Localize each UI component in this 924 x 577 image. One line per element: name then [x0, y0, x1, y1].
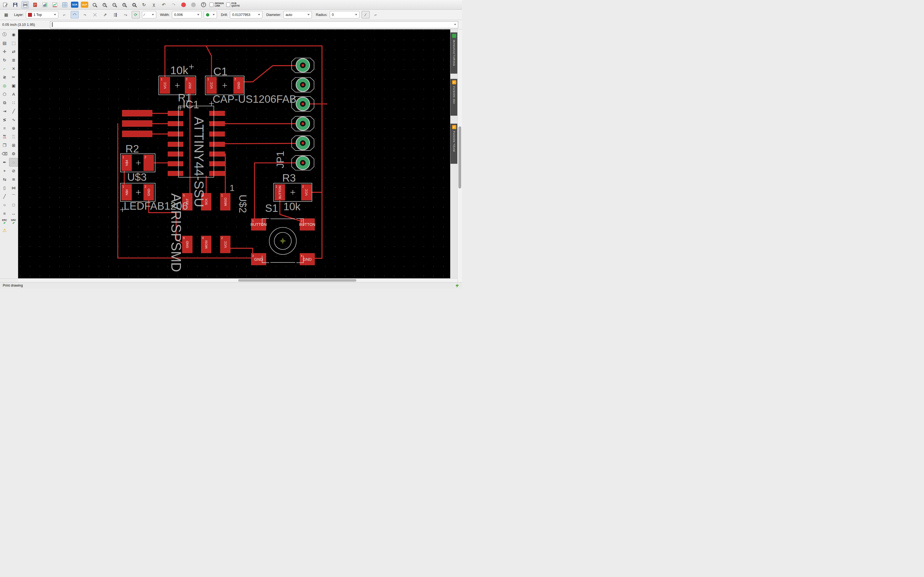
miter-tool-icon[interactable]: ✂ [9, 73, 18, 81]
save-icon[interactable] [11, 1, 19, 8]
select-tool-icon[interactable]: ⬚ [9, 39, 18, 47]
width-select[interactable]: 0.006 [172, 11, 202, 18]
smd-pad[interactable] [168, 121, 183, 126]
group-tool-icon[interactable]: ≣ [9, 56, 18, 64]
smd-pad[interactable] [209, 142, 225, 147]
zoom-select-icon[interactable]: ▢ [130, 1, 138, 8]
r2-ref-label[interactable]: R2 [125, 143, 139, 155]
label-tool-icon[interactable]: ⇥ [0, 107, 9, 115]
smd-pad[interactable] [209, 111, 225, 116]
undo-icon[interactable]: ↶ [160, 1, 168, 8]
via-tool-icon[interactable]: ◎ [0, 81, 9, 90]
attribute-tool-icon[interactable]: ╱ [9, 107, 18, 115]
u2-ref-label[interactable]: U$2 [237, 195, 248, 213]
u2-pin1-label[interactable]: 1 [229, 183, 234, 193]
zoom-icon[interactable] [91, 1, 98, 8]
drc-button[interactable]: DRC✔ [9, 218, 18, 226]
smd-pad[interactable] [168, 152, 183, 156]
help-icon[interactable]: ? [200, 1, 207, 8]
circuit-tool-icon[interactable]: ⧉ [0, 98, 9, 107]
ic1-value-label[interactable]: ATTINY44-SSU [192, 117, 206, 207]
errors-warning-icon[interactable]: ⚠ [0, 226, 9, 235]
smd-pad[interactable] [209, 132, 225, 136]
rotate-tool-icon[interactable]: ↻ [0, 56, 9, 64]
name-tool-icon[interactable]: ⌖ [0, 166, 9, 175]
replace-tool-icon[interactable]: ⇆ [0, 175, 9, 184]
crimp-tool-icon[interactable]: ✒ [0, 158, 9, 166]
smd-pad[interactable] [168, 132, 183, 136]
wire-bend-7-icon[interactable]: ⤳ [121, 11, 129, 18]
diameter-select[interactable]: auto [283, 11, 312, 18]
wire-bend-3-icon[interactable]: ¬ [81, 11, 89, 18]
pcb-quote-button[interactable]: PCBQUOTE [226, 2, 240, 7]
drill-tool-icon[interactable]: ⊕ [9, 124, 18, 132]
tab-manufacturing[interactable]: MANUFACTURING [451, 32, 457, 74]
zoom-out-icon[interactable]: − [111, 1, 118, 8]
pad-tool-icon[interactable]: ▣ [9, 81, 18, 90]
copy-tool-icon[interactable]: ❐ [0, 141, 9, 150]
split-tool-icon[interactable]: ≷ [0, 73, 9, 81]
board-sheet-icon[interactable] [31, 1, 39, 8]
rect-tool-icon[interactable]: □ [9, 201, 18, 209]
line-tool-icon[interactable]: ╱ [0, 192, 9, 201]
measure-tool-icon[interactable]: ↔ [9, 209, 18, 218]
radius-select[interactable]: 0 [330, 11, 359, 18]
horizontal-scrollbar[interactable] [18, 278, 457, 282]
r3-ref-label[interactable]: R3 [282, 172, 296, 184]
text-tool-icon[interactable]: A [9, 90, 18, 98]
polygon-tool-icon[interactable]: ⬡ [0, 90, 9, 98]
command-line[interactable] [50, 21, 458, 28]
smd-pad[interactable] [168, 111, 183, 116]
smd-pad[interactable] [209, 161, 225, 166]
new-board-icon[interactable] [2, 1, 9, 8]
smd-pad[interactable] [168, 161, 183, 166]
bar-chart-icon[interactable] [41, 1, 48, 8]
print-icon[interactable] [21, 1, 29, 8]
smd-pad[interactable] [122, 120, 152, 127]
u2-package-label[interactable]: AVRISPSMD [169, 193, 184, 272]
mirror-tool-icon[interactable]: ⇄ [9, 47, 18, 56]
wire-bend-6-icon[interactable]: ⇶ [111, 11, 120, 18]
c1-package-label[interactable]: CAP-US1206FAB [213, 93, 296, 105]
show-tool-icon[interactable]: ◉ [9, 30, 18, 39]
meander2-tool-icon[interactable]: ≋ [9, 175, 18, 184]
route-tool-icon[interactable]: ⌐ [0, 64, 9, 73]
r1-value-label[interactable]: 10k [170, 64, 188, 77]
command-input[interactable] [53, 23, 454, 27]
pcb-drawing[interactable]: 10k C1 R1 CAP-US1206FAB IC1 ATTINY44-SSU… [18, 29, 450, 278]
horizontal-scrollbar-thumb[interactable] [238, 279, 356, 282]
redo-icon[interactable]: ↷ [170, 1, 178, 8]
design-link-button[interactable]: DESIGNLINK [210, 2, 224, 7]
follow-me-router-icon[interactable]: ⟳ [132, 11, 140, 18]
paste-tool-icon[interactable]: ⊞ [9, 141, 18, 150]
table-icon[interactable] [61, 1, 68, 8]
redraw-icon[interactable]: ↻ [140, 1, 148, 8]
display-layers-icon[interactable]: ▤ [0, 39, 9, 47]
array-tool-icon[interactable]: ∷ [9, 98, 18, 107]
zoom-fit-icon[interactable]: 1 [120, 1, 128, 8]
meander-tool-icon[interactable]: ∿ [9, 115, 18, 124]
r3-value-label[interactable]: 10k [283, 201, 300, 213]
wire-bend-1-icon[interactable]: ⌐ [60, 11, 68, 18]
s1-ref-label[interactable]: S1 [265, 202, 278, 214]
smd-pad[interactable] [209, 121, 225, 126]
delete-tool-icon[interactable]: ⌫ [0, 150, 9, 158]
circle-tool-icon[interactable]: ○ [0, 201, 9, 209]
move-tool-icon[interactable]: ✛ [0, 47, 9, 56]
miter-style-line-icon[interactable]: ∕ [362, 11, 370, 18]
mark-tool-icon[interactable]: ≡ [0, 209, 9, 218]
via-shape-select[interactable] [204, 11, 217, 18]
grid-settings-icon[interactable]: ▦ [2, 11, 10, 18]
ripup-tool-icon[interactable]: ✕ [9, 64, 18, 73]
wire-bend-5-icon[interactable]: ⇗ [101, 11, 109, 18]
board-canvas[interactable]: 10k C1 R1 CAP-US1206FAB IC1 ATTINY44-SSU… [18, 29, 450, 278]
miter-style-corner-icon[interactable]: ⌐ [372, 11, 380, 18]
jp1-ref-label[interactable]: JP1 [275, 151, 286, 168]
ratsnest-tool-icon[interactable]: ⌗ [0, 124, 9, 132]
change-tool-icon[interactable]: ⚙ [9, 150, 18, 158]
line-chart-icon[interactable] [51, 1, 58, 8]
tab-fusion-team[interactable]: F FUSION TEAM [451, 124, 457, 164]
smd-pad[interactable] [122, 131, 152, 137]
optimize-tool-icon[interactable]: ◌ [9, 158, 18, 166]
erc-button[interactable]: ERC✔ [0, 218, 9, 226]
